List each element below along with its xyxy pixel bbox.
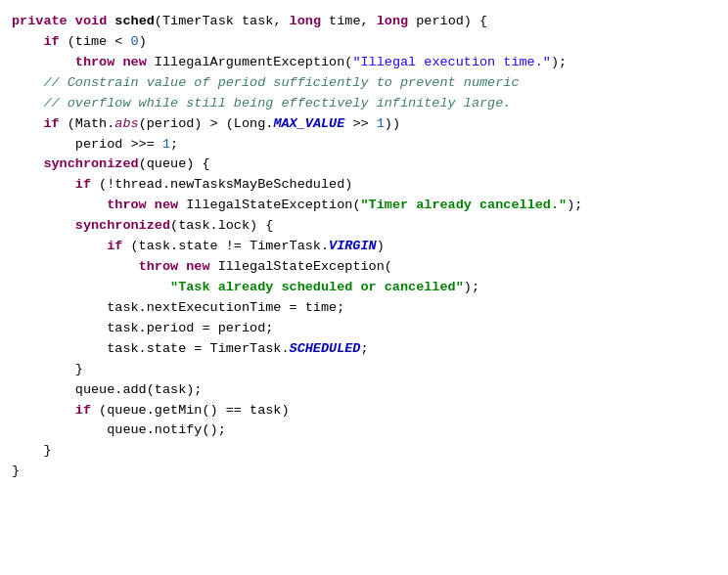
code-line-10: synchronized(queue) { <box>12 155 716 175</box>
code-line-8: period >>= 1; <box>12 135 716 155</box>
code-line-27: } <box>12 462 716 482</box>
code-line-2: if (time < 0) <box>12 32 716 53</box>
code-line-23: queue.add(task); <box>12 380 716 401</box>
code-line-6: // overflow while still being effectivel… <box>12 94 716 114</box>
code-line-5: // Constrain value of period sufficientl… <box>12 73 716 94</box>
code-line-26: } <box>12 441 716 462</box>
code-line-11: if (!thread.newTasksMayBeScheduled) <box>12 175 716 196</box>
code-container: private void sched(TimerTask task, long … <box>0 8 728 486</box>
code-line-16: throw new IllegalStateException( <box>12 257 716 278</box>
code-line-1: private void sched(TimerTask task, long … <box>12 12 716 32</box>
code-line-18: task.nextExecutionTime = time; <box>12 298 716 319</box>
code-line-12: throw new IllegalStateException("Timer a… <box>12 196 716 216</box>
code-line-17: "Task already scheduled or cancelled"); <box>12 278 716 298</box>
code-line-20: task.state = TimerTask.SCHEDULED; <box>12 339 716 360</box>
code-line-19: task.period = period; <box>12 319 716 339</box>
code-line-3: throw new IllegalArgumentException("Ille… <box>12 53 716 73</box>
code-line-15: if (task.state != TimerTask.VIRGIN) <box>12 237 716 257</box>
code-line-14: synchronized(task.lock) { <box>12 216 716 237</box>
code-line-25: queue.notify(); <box>12 420 716 441</box>
code-line-7: if (Math.abs(period) > (Long.MAX_VALUE >… <box>12 114 716 135</box>
code-line-21: } <box>12 360 716 380</box>
code-line-24: if (queue.getMin() == task) <box>12 401 716 421</box>
